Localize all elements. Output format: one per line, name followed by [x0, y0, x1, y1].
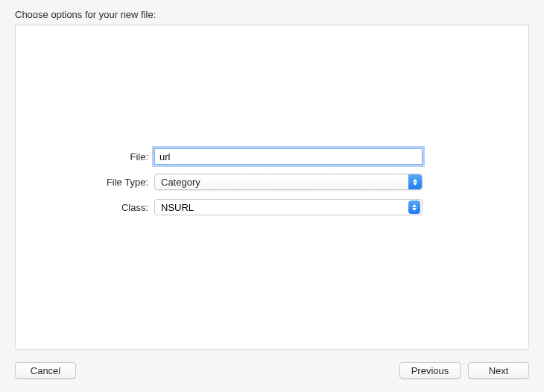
updown-stepper-icon[interactable] [408, 200, 420, 214]
file-type-label: File Type: [16, 177, 154, 188]
next-button[interactable]: Next [468, 362, 529, 379]
new-file-options-sheet: Choose options for your new file: File: … [0, 0, 544, 392]
updown-stepper-icon [408, 174, 422, 189]
class-input[interactable] [154, 199, 423, 215]
footer-buttons: Cancel Previous Next [0, 362, 544, 380]
class-row: Class: [16, 198, 528, 216]
cancel-button[interactable]: Cancel [15, 362, 76, 379]
previous-button[interactable]: Previous [399, 362, 461, 379]
file-label: File: [16, 151, 154, 162]
sheet-heading: Choose options for your new file: [15, 9, 156, 20]
class-label: Class: [16, 202, 154, 213]
file-type-row: File Type: Category [16, 173, 528, 191]
class-combobox[interactable] [154, 199, 423, 215]
file-row: File: [16, 148, 528, 165]
file-type-popup[interactable]: Category [154, 174, 423, 190]
content-frame: File: File Type: Category [15, 25, 529, 350]
options-form: File: File Type: Category [16, 148, 528, 224]
file-type-value: Category [161, 177, 200, 188]
file-input[interactable] [154, 148, 423, 165]
